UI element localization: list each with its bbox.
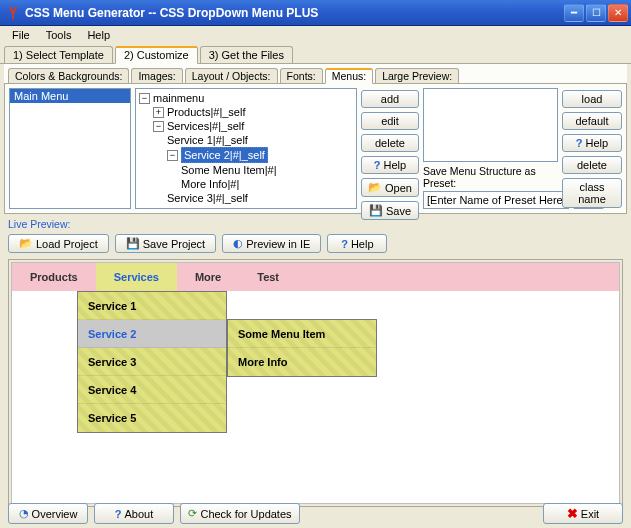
submenu-item[interactable]: Service 5 <box>78 404 226 432</box>
tab-select-template[interactable]: 1) Select Template <box>4 46 113 63</box>
tree-node[interactable]: More Info|#| <box>139 177 353 191</box>
subtab-menus[interactable]: Menus: <box>325 68 373 84</box>
collapse-icon[interactable]: − <box>153 121 164 132</box>
add-button[interactable]: add <box>361 90 419 108</box>
help-button[interactable]: ?Help <box>361 156 419 174</box>
folder-open-icon: 📂 <box>368 181 382 194</box>
folder-open-icon: 📂 <box>19 237 33 250</box>
save-icon: 💾 <box>369 204 383 217</box>
tree-actions: add edit delete ?Help 📂Open 💾Save <box>361 88 419 209</box>
delete-button[interactable]: delete <box>361 134 419 152</box>
window-titlebar: CSS Menu Generator -- CSS DropDown Menu … <box>0 0 631 26</box>
load-project-button[interactable]: 📂Load Project <box>8 234 109 253</box>
preview-toolbar: 📂Load Project 💾Save Project ◐Preview in … <box>0 232 631 259</box>
save-button[interactable]: 💾Save <box>361 201 419 220</box>
exit-icon: ✖ <box>567 506 578 521</box>
info-icon: ? <box>115 508 122 520</box>
step-tabs: 1) Select Template 2) Customize 3) Get t… <box>0 44 631 64</box>
class-name-button[interactable]: class name <box>562 178 622 208</box>
tree-selected: Service 2|#|_self <box>181 147 268 163</box>
menu-list[interactable]: Main Menu <box>9 88 131 209</box>
overview-icon: ◔ <box>19 507 29 520</box>
tree-node[interactable]: Some Menu Item|#| <box>139 163 353 177</box>
help-icon: ? <box>341 238 348 250</box>
bottom-toolbar: ◔Overview ?About ⟳Check for Updates ✖Exi… <box>0 503 631 524</box>
help-button[interactable]: ?Help <box>562 134 622 152</box>
update-icon: ⟳ <box>188 507 197 520</box>
close-button[interactable]: ✕ <box>608 4 628 22</box>
open-button[interactable]: 📂Open <box>361 178 419 197</box>
help-icon: ? <box>374 159 381 171</box>
customize-subtabs: Colors & Backgrounds: Images: Layout / O… <box>4 64 627 84</box>
about-button[interactable]: ?About <box>94 503 174 524</box>
flyout-item[interactable]: More Info <box>228 348 376 376</box>
help-icon: ? <box>576 137 583 149</box>
submenu-item[interactable]: Service 4 <box>78 376 226 404</box>
collapse-icon[interactable]: − <box>167 150 178 161</box>
live-preview-frame: Products Services More Test Service 1 Se… <box>8 259 623 507</box>
preview-flyout: Some Menu Item More Info <box>227 319 377 377</box>
maximize-button[interactable]: ☐ <box>586 4 606 22</box>
subtab-colors[interactable]: Colors & Backgrounds: <box>8 68 129 83</box>
app-icon <box>6 6 20 20</box>
delete-preset-button[interactable]: delete <box>562 156 622 174</box>
preview-canvas: Products Services More Test Service 1 Se… <box>11 262 620 504</box>
menu-help[interactable]: Help <box>79 28 118 42</box>
edit-button[interactable]: edit <box>361 112 419 130</box>
live-preview-label: Live Preview: <box>0 214 631 232</box>
nav-item-services[interactable]: Services <box>96 263 177 291</box>
minimize-button[interactable]: ━ <box>564 4 584 22</box>
overview-button[interactable]: ◔Overview <box>8 503 88 524</box>
menubar: File Tools Help <box>0 26 631 44</box>
toolbar-help-button[interactable]: ?Help <box>327 234 387 253</box>
preset-actions: load default ?Help delete class name <box>562 88 622 209</box>
save-project-button[interactable]: 💾Save Project <box>115 234 216 253</box>
subtab-large-preview[interactable]: Large Preview: <box>375 68 459 83</box>
preset-label: Save Menu Structure as Preset: <box>423 165 558 189</box>
nav-item-more[interactable]: More <box>177 263 239 291</box>
tree-node[interactable]: −Service 2|#|_self <box>139 147 353 163</box>
tree-node[interactable]: −mainmenu <box>139 91 353 105</box>
preset-list[interactable] <box>423 88 558 162</box>
tree-node[interactable]: Service 4|#|_self <box>139 205 353 209</box>
menus-panel: Main Menu −mainmenu +Products|#|_self −S… <box>4 84 627 214</box>
subtab-layout[interactable]: Layout / Objects: <box>185 68 278 83</box>
submenu-item[interactable]: Service 2 <box>78 320 226 348</box>
tab-get-files[interactable]: 3) Get the Files <box>200 46 293 63</box>
tree-node[interactable]: Service 1|#|_self <box>139 133 353 147</box>
tree-node[interactable]: −Services|#|_self <box>139 119 353 133</box>
preset-column: Save Menu Structure as Preset: save <box>423 88 558 209</box>
preview-nav: Products Services More Test <box>12 263 619 291</box>
submenu-item[interactable]: Service 3 <box>78 348 226 376</box>
menu-list-item[interactable]: Main Menu <box>10 89 130 103</box>
window-title: CSS Menu Generator -- CSS DropDown Menu … <box>25 6 562 20</box>
nav-item-test[interactable]: Test <box>239 263 297 291</box>
menu-tools[interactable]: Tools <box>38 28 80 42</box>
collapse-icon[interactable]: − <box>139 93 150 104</box>
check-updates-button[interactable]: ⟳Check for Updates <box>180 503 300 524</box>
expand-icon[interactable]: + <box>153 107 164 118</box>
menu-file[interactable]: File <box>4 28 38 42</box>
save-icon: 💾 <box>126 237 140 250</box>
default-button[interactable]: default <box>562 112 622 130</box>
preview-ie-button[interactable]: ◐Preview in IE <box>222 234 321 253</box>
subtab-fonts[interactable]: Fonts: <box>280 68 323 83</box>
preset-name-input[interactable] <box>423 191 569 209</box>
subtab-images[interactable]: Images: <box>131 68 182 83</box>
tree-node[interactable]: Service 3|#|_self <box>139 191 353 205</box>
tab-customize[interactable]: 2) Customize <box>115 46 198 64</box>
exit-button[interactable]: ✖Exit <box>543 503 623 524</box>
menu-tree[interactable]: −mainmenu +Products|#|_self −Services|#|… <box>135 88 357 209</box>
preview-icon: ◐ <box>233 237 243 250</box>
load-button[interactable]: load <box>562 90 622 108</box>
flyout-item[interactable]: Some Menu Item <box>228 320 376 348</box>
preview-submenu: Service 1 Service 2 Service 3 Service 4 … <box>77 291 227 433</box>
tree-node[interactable]: +Products|#|_self <box>139 105 353 119</box>
submenu-item[interactable]: Service 1 <box>78 292 226 320</box>
nav-item-products[interactable]: Products <box>12 263 96 291</box>
